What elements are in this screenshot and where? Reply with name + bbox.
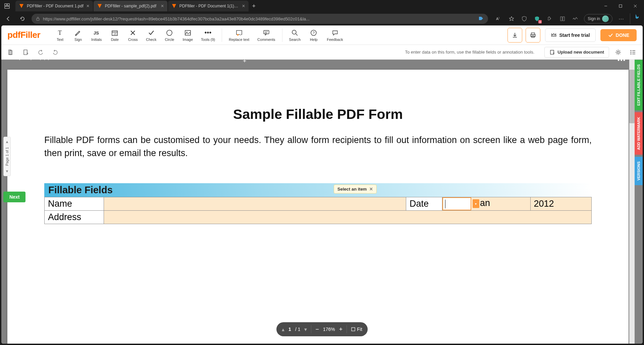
replace-text-tool[interactable]: Replace text (225, 27, 253, 43)
prev-page-button[interactable]: ▲ (5, 139, 10, 144)
comments-tool[interactable]: Comments (254, 27, 278, 43)
document-tab-name[interactable]: sample_pdf(2).pdf (7, 60, 56, 61)
select-item-tooltip: Select an item ✕ (334, 185, 377, 194)
year-cell[interactable]: 2012 (530, 197, 591, 211)
svg-text:?: ? (313, 31, 315, 35)
shopping-tag-icon[interactable] (478, 16, 484, 22)
more-icon[interactable]: ⋯ (617, 15, 625, 23)
favorite-icon[interactable] (507, 15, 516, 23)
address-label: Address (45, 211, 104, 224)
scrollbar-thumb[interactable] (629, 70, 635, 123)
close-icon[interactable]: ✕ (161, 4, 164, 8)
cross-tool[interactable]: Cross (124, 27, 141, 43)
browser-tab-3[interactable]: PDFfiller - PDF Document 1(1).pd ✕ (168, 1, 249, 11)
sign-tool[interactable]: Sign (70, 27, 87, 43)
next-field-button[interactable]: Next (3, 192, 25, 202)
address-actions: A》 3 Sign in ⋯ (495, 13, 641, 24)
address-input-cell[interactable] (104, 211, 591, 224)
tool-label: Date (111, 38, 119, 42)
right-rail-tabs: EDIT FILLABLE FIELDS ADD WATERMARK VERSI… (635, 60, 643, 344)
settings-button[interactable] (612, 47, 624, 58)
start-trial-button[interactable]: Start free trial (545, 28, 596, 42)
fit-button[interactable]: Fit (351, 327, 362, 332)
refresh-button[interactable] (17, 14, 28, 24)
name-input-cell[interactable] (104, 197, 406, 211)
close-icon[interactable]: ✕ (86, 4, 90, 8)
read-aloud-icon[interactable]: A》 (495, 15, 503, 23)
svg-text:+: + (26, 52, 29, 55)
upload-document-button[interactable]: + Upload new document (544, 47, 609, 58)
adblock-shield-icon[interactable]: 3 (533, 15, 541, 23)
url-input[interactable]: https://www.pdffiller.com/jsfiller-desk1… (32, 14, 488, 24)
maximize-button[interactable] (614, 1, 627, 11)
print-button[interactable] (526, 28, 540, 43)
close-icon[interactable]: ✕ (242, 4, 245, 8)
tool-label: Tools (9) (201, 38, 215, 42)
close-window-button[interactable] (629, 1, 642, 11)
bing-icon[interactable] (630, 13, 641, 24)
svg-point-23 (237, 34, 238, 36)
current-page[interactable]: 1 (288, 327, 291, 332)
circle-tool[interactable]: Circle (161, 27, 178, 43)
zoom-out-button[interactable]: − (315, 326, 319, 333)
image-tool[interactable]: Image (179, 27, 196, 43)
extensions-icon[interactable] (546, 15, 554, 23)
new-tab-button[interactable]: + (249, 1, 259, 11)
add-page-button[interactable]: + (20, 47, 32, 58)
browser-tab-1[interactable]: PDFfiller - PDF Document 1.pdf ✕ (15, 1, 93, 11)
help-tool[interactable]: ? Help (305, 27, 322, 43)
initials-icon: JS (93, 29, 101, 37)
comments-icon (262, 29, 270, 37)
tools-menu[interactable]: ••• Tools (9) (198, 27, 218, 43)
svg-rect-4 (619, 5, 622, 7)
svg-rect-1 (7, 4, 9, 6)
date-tool[interactable]: 15 Date (106, 27, 123, 43)
pages-panel-button[interactable] (5, 47, 17, 58)
date-day-cell[interactable]: ▾ an (442, 197, 530, 211)
back-button[interactable] (3, 14, 13, 24)
prev-page-icon[interactable]: ▴ (282, 326, 284, 333)
download-button[interactable] (507, 28, 522, 43)
check-icon (147, 29, 155, 37)
svg-point-44 (631, 52, 632, 53)
close-icon[interactable]: ✕ (369, 187, 373, 192)
performance-icon[interactable] (571, 15, 579, 23)
divider (346, 325, 347, 333)
dropdown-trigger-icon[interactable]: ▾ (473, 199, 479, 208)
browser-tab-2[interactable]: PDFfiller - sample_pdf(2).pdf ✕ (94, 1, 167, 11)
feedback-tool[interactable]: Feedback (323, 27, 346, 43)
search-tool[interactable]: Search (286, 27, 304, 43)
date-day-input[interactable] (442, 197, 471, 210)
collections-icon[interactable] (558, 15, 567, 23)
minimize-button[interactable] (599, 1, 612, 11)
tool-label: Help (310, 38, 318, 42)
logo[interactable]: pdfFiller (7, 30, 40, 40)
versions-tab[interactable]: VERSIONS (635, 157, 643, 185)
scrollbar[interactable] (629, 60, 635, 344)
tool-label: Initials (91, 38, 102, 42)
zoom-in-button[interactable]: + (339, 326, 343, 333)
edit-fields-tab[interactable]: EDIT FILLABLE FIELDS (635, 60, 643, 110)
date-label: Date (406, 197, 442, 211)
sign-in-button[interactable]: Sign in (584, 14, 612, 23)
next-page-button[interactable]: ▼ (5, 168, 10, 174)
initials-tool[interactable]: JS Initials (88, 27, 105, 43)
document-tab-menu[interactable]: ••• (618, 60, 626, 64)
avatar-icon (602, 15, 609, 22)
replace-icon (235, 29, 243, 37)
undo-button[interactable] (35, 47, 46, 58)
redo-button[interactable] (50, 47, 61, 58)
shield-icon[interactable] (520, 15, 528, 23)
window-controls (599, 1, 642, 11)
form-table: Name Date ▾ an 2012 (44, 197, 592, 224)
done-label: DONE (616, 32, 629, 38)
tab-overview-icon[interactable] (2, 1, 12, 11)
circle-icon (165, 29, 173, 37)
outline-button[interactable] (627, 47, 639, 58)
done-button[interactable]: DONE (600, 29, 637, 41)
add-document-tab[interactable]: + (243, 60, 247, 65)
check-tool[interactable]: Check (143, 27, 160, 43)
watermark-tab[interactable]: ADD WATERMARK (635, 112, 643, 155)
text-tool[interactable]: T Text (52, 27, 68, 43)
next-page-icon[interactable]: ▾ (304, 326, 307, 333)
